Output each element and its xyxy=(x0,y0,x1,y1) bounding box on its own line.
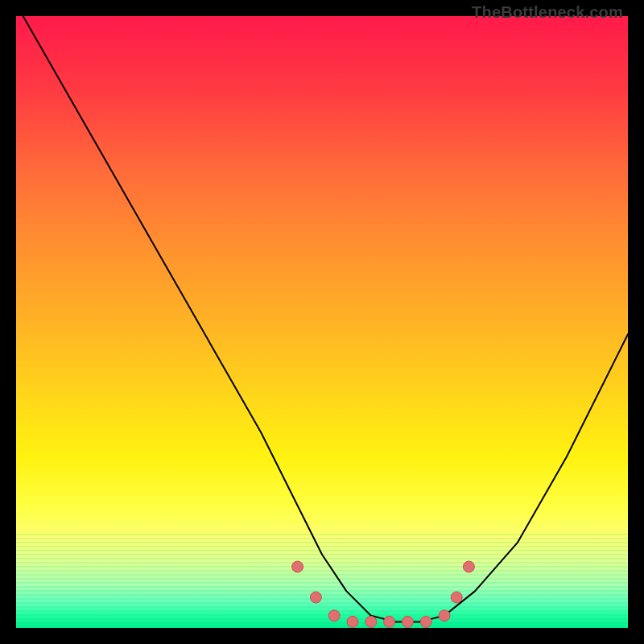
svg-point-4 xyxy=(365,616,377,627)
svg-point-3 xyxy=(347,616,358,627)
trough-markers xyxy=(292,561,475,627)
bottleneck-curve xyxy=(16,16,628,621)
chart-frame xyxy=(16,16,628,628)
chart-svg xyxy=(16,16,628,628)
svg-point-7 xyxy=(420,616,431,627)
svg-point-9 xyxy=(451,592,462,603)
svg-point-1 xyxy=(310,592,321,603)
watermark-text: TheBottleneck.com xyxy=(472,3,623,22)
svg-point-0 xyxy=(292,561,303,572)
svg-point-2 xyxy=(328,610,340,621)
svg-point-8 xyxy=(439,610,450,621)
svg-point-6 xyxy=(402,616,413,627)
svg-point-10 xyxy=(463,561,474,572)
svg-point-5 xyxy=(384,616,395,627)
